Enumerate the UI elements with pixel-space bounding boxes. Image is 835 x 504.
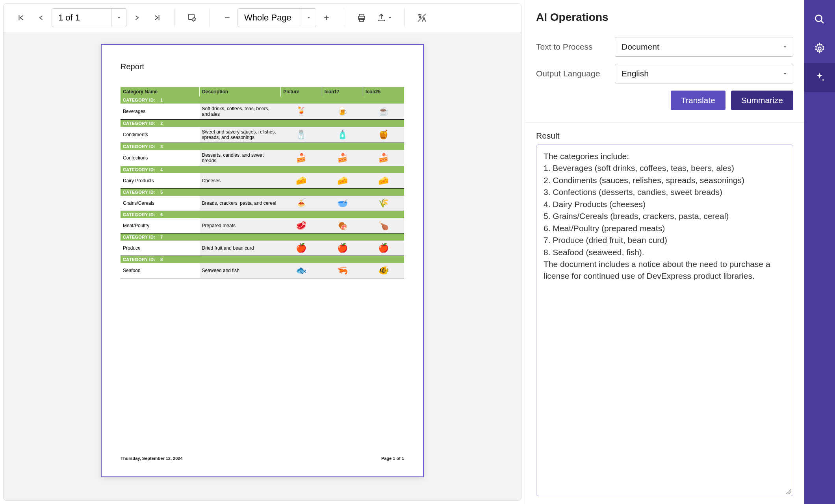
col-description: Description (200, 87, 281, 96)
food-icon: 🍎 (337, 243, 348, 253)
table-row: SeafoodSeaweed and fish🐟🦐🐠 (121, 263, 404, 278)
table-row: ConfectionsDesserts, candies, and sweet … (121, 150, 404, 166)
table-row: BeveragesSoft drinks, coffees, teas, bee… (121, 104, 404, 120)
ai-operations-panel: AI Operations Text to Process Document O… (525, 0, 804, 504)
cell-picture: 🥩 (281, 218, 322, 233)
rail-search-button[interactable] (804, 5, 835, 34)
zoom-out-button[interactable] (217, 7, 238, 28)
cell-icon25: 🧀 (363, 173, 404, 189)
zoom-combo-caret[interactable] (301, 9, 316, 27)
prev-page-button[interactable] (31, 7, 52, 28)
cell-icon17: 🍰 (322, 150, 363, 166)
summarize-button[interactable]: Summarize (731, 91, 793, 110)
food-icon: 🍰 (296, 153, 306, 163)
category-band: CATEGORY ID: 8 (121, 256, 404, 263)
table-row: ProduceDried fruit and bean curd🍎🍎🍎 (121, 241, 404, 256)
footer-date: Thursday, September 12, 2024 (121, 456, 183, 461)
food-icon: 🍹 (296, 106, 306, 117)
report-title: Report (121, 62, 404, 71)
zoom-combo[interactable] (238, 8, 316, 27)
food-icon: 🥣 (337, 198, 348, 208)
translate-toggle-button[interactable] (412, 7, 432, 28)
category-id: 8 (158, 257, 163, 262)
cell-description: Prepared meats (200, 218, 281, 233)
cell-picture: 🧂 (281, 127, 322, 143)
cell-description: Soft drinks, coffees, teas, beers, and a… (200, 104, 281, 120)
translate-button[interactable]: Translate (671, 91, 726, 110)
cell-picture: 🧀 (281, 173, 322, 189)
print-button[interactable] (351, 7, 372, 28)
category-band: CATEGORY ID: 3 (121, 143, 404, 150)
next-page-button[interactable] (126, 7, 147, 28)
category-label: CATEGORY ID: (123, 98, 155, 102)
rail-ai-button[interactable] (804, 63, 835, 92)
food-icon: 🍰 (337, 153, 348, 163)
annotate-button[interactable] (182, 7, 202, 28)
cell-description: Breads, crackers, pasta, and cereal (200, 196, 281, 211)
chevron-down-icon (782, 44, 788, 50)
cell-icon17: 🧀 (322, 173, 363, 189)
cell-picture: 🍝 (281, 196, 322, 211)
cell-picture: 🍰 (281, 150, 322, 166)
food-icon: 🥩 (296, 220, 306, 231)
food-icon: 🍯 (378, 130, 389, 140)
zoom-in-button[interactable] (316, 7, 337, 28)
zoom-level-input[interactable] (238, 13, 301, 23)
category-band: CATEGORY ID: 1 (121, 96, 404, 104)
cell-description: Dried fruit and bean curd (200, 241, 281, 256)
category-band: CATEGORY ID: 5 (121, 189, 404, 196)
category-id: 5 (158, 190, 163, 195)
food-icon: 🍝 (296, 198, 306, 208)
cell-description: Sweet and savory sauces, relishes, sprea… (200, 127, 281, 143)
text-to-process-value: Document (622, 42, 659, 52)
food-icon: 🍎 (296, 243, 306, 253)
cell-icon17: 🥣 (322, 196, 363, 211)
cell-name: Confections (121, 150, 200, 166)
table-header-row: Category Name Description Picture Icon17… (121, 87, 404, 96)
cell-name: Dairy Products (121, 173, 200, 189)
col-category-name: Category Name (121, 87, 200, 96)
food-icon: 🧂 (296, 130, 306, 140)
text-to-process-select[interactable]: Document (615, 37, 793, 57)
result-textarea[interactable]: The categories include: 1. Beverages (so… (536, 145, 793, 496)
document-canvas[interactable]: Report Category Name Description Picture… (4, 32, 521, 500)
category-id: 2 (158, 121, 163, 126)
cell-picture: 🍎 (281, 241, 322, 256)
cell-name: Grains/Cereals (121, 196, 200, 211)
category-label: CATEGORY ID: (123, 121, 155, 126)
last-page-button[interactable] (147, 7, 167, 28)
cell-icon17: 🍎 (322, 241, 363, 256)
cell-icon25: 🍎 (363, 241, 404, 256)
category-id: 6 (158, 212, 163, 217)
category-label: CATEGORY ID: (123, 235, 155, 239)
export-button[interactable] (372, 7, 397, 28)
first-page-button[interactable] (11, 7, 31, 28)
table-row: CondimentsSweet and savory sauces, relis… (121, 127, 404, 143)
page-combo-caret[interactable] (111, 9, 126, 27)
cell-name: Beverages (121, 104, 200, 120)
category-label: CATEGORY ID: (123, 144, 155, 149)
page-footer: Thursday, September 12, 2024 Page 1 of 1 (121, 456, 404, 461)
category-label: CATEGORY ID: (123, 167, 155, 172)
food-icon: 🦐 (337, 265, 348, 276)
page-indicator-input[interactable] (52, 13, 111, 23)
result-label: Result (536, 131, 793, 141)
page-combo[interactable] (52, 8, 126, 27)
category-band: CATEGORY ID: 4 (121, 166, 404, 174)
category-label: CATEGORY ID: (123, 190, 155, 195)
output-language-label: Output Language (536, 69, 615, 78)
rail-settings-button[interactable] (804, 34, 835, 63)
output-language-select[interactable]: English (615, 64, 793, 83)
col-icon17: Icon17 (322, 87, 363, 96)
svg-rect-3 (360, 19, 364, 21)
category-band: CATEGORY ID: 6 (121, 211, 404, 219)
cell-name: Condiments (121, 127, 200, 143)
food-icon: 🍗 (378, 220, 389, 231)
table-row: Meat/PoultryPrepared meats🥩🍖🍗 (121, 218, 404, 233)
output-language-value: English (622, 69, 649, 78)
table-row: Dairy ProductsCheeses🧀🧀🧀 (121, 173, 404, 189)
food-icon: 🐠 (378, 265, 389, 276)
cell-description: Cheeses (200, 173, 281, 189)
chevron-down-icon (782, 70, 788, 77)
svg-point-5 (818, 47, 821, 50)
